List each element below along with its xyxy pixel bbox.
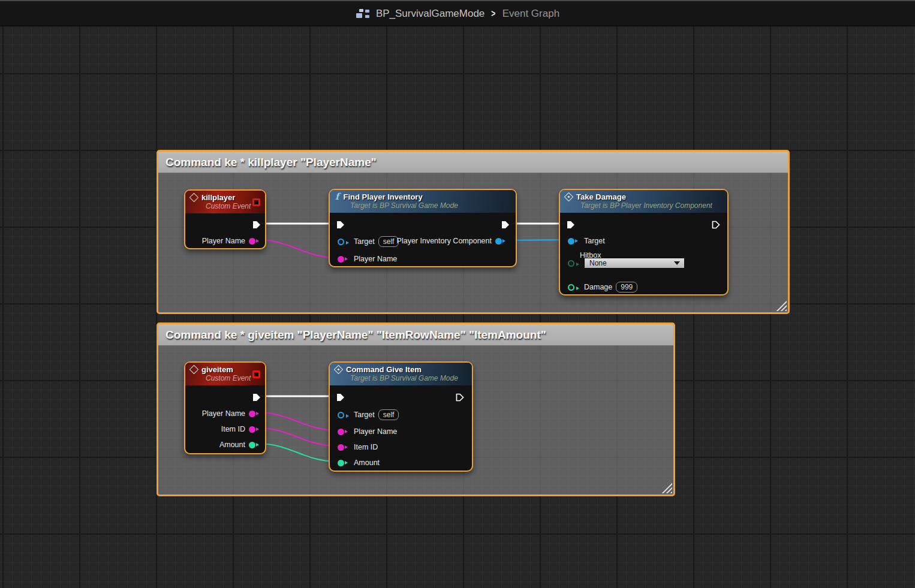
amount-input-pin[interactable] <box>338 460 344 466</box>
player-name-output-pin[interactable] <box>249 411 255 417</box>
function-icon: f <box>335 193 339 201</box>
function-diamond-icon <box>564 192 574 202</box>
pin-row-item-id: Item ID <box>221 424 264 435</box>
breadcrumb-chevron-icon: > <box>491 8 495 19</box>
pin-label: Player Name <box>202 237 245 245</box>
item-id-input-pin[interactable] <box>338 444 344 451</box>
pin-row-target: Target self <box>338 409 399 420</box>
pin-row-amount: Amount <box>219 439 264 450</box>
pin-label: Item ID <box>354 443 378 451</box>
item-id-output-pin[interactable] <box>249 426 255 433</box>
player-name-input-pin[interactable] <box>338 256 344 263</box>
exec-input-row <box>336 392 345 403</box>
pin-row-amount: Amount <box>338 457 380 468</box>
exec-output-row <box>501 219 510 230</box>
node-header[interactable]: f Find Player Inventory Target is BP Sur… <box>330 190 516 213</box>
pin-label: Amount <box>354 459 380 467</box>
node-title: Find Player Inventory <box>343 192 422 201</box>
pin-row-player-name: Player Name <box>202 408 264 419</box>
pin-row-player-name: Player Name <box>338 426 397 437</box>
breadcrumb-blueprint-name[interactable]: BP_SurvivalGameMode <box>376 8 484 20</box>
pin-label: Target <box>354 411 375 419</box>
red-status-badge <box>252 370 260 378</box>
pin-row-item-id: Item ID <box>338 442 378 453</box>
comment-header[interactable]: Command ke * killplayer "PlayerName" <box>158 152 788 173</box>
exec-output-pin[interactable] <box>712 221 720 229</box>
pin-row-player-name: Player Name <box>202 236 264 246</box>
damage-value-field[interactable]: 999 <box>616 282 637 293</box>
pin-label: Target <box>354 237 375 246</box>
node-take-damage[interactable]: Take Damage Target is BP Player Inventor… <box>559 189 729 295</box>
exec-input-row <box>336 219 345 230</box>
pin-row-output-component: Player Inventory Component <box>397 236 510 246</box>
hitbox-dropdown[interactable]: None <box>584 258 685 269</box>
exec-output-row <box>252 219 261 230</box>
blueprint-graph-icon <box>356 8 370 19</box>
node-title: Command Give Item <box>346 365 422 374</box>
hitbox-selected-value: None <box>589 259 607 267</box>
node-command-give-item[interactable]: Command Give Item Target is BP Survival … <box>329 361 473 472</box>
node-header[interactable]: Command Give Item Target is BP Survival … <box>330 363 472 385</box>
event-graph-canvas[interactable]: BP_SurvivalGameMode > Event Graph Comman… <box>0 0 915 588</box>
pin-label: Amount <box>219 441 245 449</box>
node-title: killplayer <box>201 193 235 202</box>
dropdown-arrow-icon <box>674 261 680 265</box>
comment-resize-handle[interactable] <box>661 483 672 493</box>
player-name-input-pin[interactable] <box>338 429 344 435</box>
player-name-output-pin[interactable] <box>249 238 255 245</box>
pin-row-player-name: Player Name <box>338 254 397 264</box>
exec-input-row <box>567 219 575 230</box>
node-killplayer-event[interactable]: killplayer Custom Event Player Name <box>184 189 266 249</box>
exec-output-row <box>712 219 720 230</box>
pin-label: Player Name <box>354 255 397 263</box>
target-self-value[interactable]: self <box>378 409 399 420</box>
target-input-pin[interactable] <box>338 412 344 418</box>
comment-header[interactable]: Command ke * giveitem "PlayerName" "Item… <box>158 324 673 346</box>
comment-title[interactable]: Command ke * giveitem "PlayerName" "Item… <box>165 328 546 342</box>
pin-label: Target <box>584 237 605 245</box>
target-input-pin[interactable] <box>338 239 344 245</box>
node-header[interactable]: Take Damage Target is BP Player Inventor… <box>560 190 727 213</box>
pin-row-hitbox: None <box>568 258 685 269</box>
node-subtitle: Custom Event <box>206 202 260 210</box>
pin-label: Item ID <box>221 425 245 433</box>
damage-input-pin[interactable] <box>568 284 574 291</box>
exec-input-pin[interactable] <box>567 221 575 229</box>
exec-output-row <box>252 392 261 403</box>
node-subtitle: Target is BP Survival Game Mode <box>350 201 510 210</box>
node-subtitle: Target is BP Survival Game Mode <box>350 374 466 382</box>
pin-row-damage: Damage 999 <box>568 282 637 293</box>
exec-input-pin[interactable] <box>336 221 345 229</box>
node-title: Take Damage <box>576 192 626 201</box>
inventory-component-output-pin[interactable] <box>495 238 502 245</box>
exec-output-pin[interactable] <box>501 221 510 229</box>
comment-resize-handle[interactable] <box>776 300 787 311</box>
breadcrumb-bar: BP_SurvivalGameMode > Event Graph <box>0 0 915 26</box>
custom-event-icon <box>189 193 199 203</box>
pin-label: Player Name <box>202 409 245 418</box>
pin-label: Damage <box>584 283 612 291</box>
pin-row-target: Target self <box>338 236 399 247</box>
exec-output-pin[interactable] <box>252 221 261 229</box>
comment-title[interactable]: Command ke * killplayer "PlayerName" <box>165 156 377 169</box>
red-status-badge <box>252 198 260 206</box>
node-find-player-inventory[interactable]: f Find Player Inventory Target is BP Sur… <box>329 189 517 267</box>
node-header[interactable]: killplayer Custom Event <box>185 191 265 213</box>
exec-output-pin[interactable] <box>456 393 464 402</box>
exec-input-pin[interactable] <box>336 393 345 402</box>
node-subtitle: Custom Event <box>206 374 260 382</box>
node-subtitle: Target is BP Player Inventory Component <box>580 201 722 210</box>
node-giveitem-event[interactable]: giveitem Custom Event Player Name Item I… <box>184 361 266 454</box>
target-self-value[interactable]: self <box>378 236 399 247</box>
pin-label: Player Name <box>354 427 397 436</box>
breadcrumb-current-graph[interactable]: Event Graph <box>502 8 559 20</box>
pin-row-target: Target <box>568 236 605 246</box>
exec-output-pin[interactable] <box>252 393 261 402</box>
amount-output-pin[interactable] <box>249 442 255 448</box>
node-title: giveitem <box>201 365 233 374</box>
hitbox-input-pin[interactable] <box>568 260 574 267</box>
target-input-pin[interactable] <box>568 238 574 245</box>
node-header[interactable]: giveitem Custom Event <box>185 363 265 385</box>
function-diamond-icon <box>334 365 344 375</box>
exec-output-row <box>456 392 464 403</box>
